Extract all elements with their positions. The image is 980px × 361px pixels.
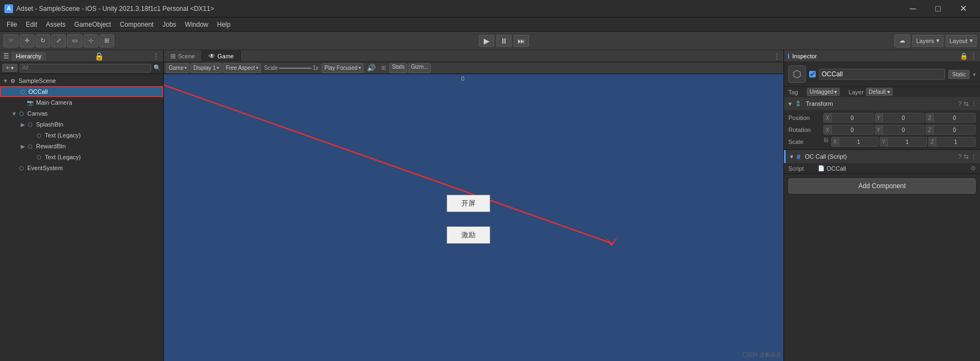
script-pick-icon[interactable]: ⊙: [971, 165, 976, 172]
layers-arrow-icon: ▾: [936, 37, 940, 44]
rotate-tool-button[interactable]: ↻: [35, 34, 50, 47]
pause-button[interactable]: ⏸: [496, 35, 512, 47]
list-item[interactable]: ▶ ⬡ SplashBtn: [0, 119, 163, 130]
rotation-z-field[interactable]: Z 0: [925, 125, 976, 135]
static-button[interactable]: Static: [948, 70, 970, 79]
custom-tool-button[interactable]: ⊞: [99, 34, 114, 47]
menu-file[interactable]: File: [2, 20, 21, 29]
hierarchy-tab[interactable]: Hierarchy: [11, 52, 46, 61]
play-focused-dropdown[interactable]: Play Focused ▾: [322, 63, 364, 73]
static-arrow-icon[interactable]: ▾: [973, 71, 976, 77]
game-mode-dropdown[interactable]: Game ▾: [166, 63, 189, 73]
list-item[interactable]: ▶ ⬡ OCCall: [0, 86, 163, 97]
add-component-button[interactable]: Add Component: [788, 178, 976, 194]
scale-x-field[interactable]: X 1: [831, 137, 878, 147]
play-controls: ▶ ⏸ ⏭: [479, 35, 529, 47]
menu-gameobject[interactable]: GameObject: [70, 20, 115, 29]
position-y-field[interactable]: Y 0: [875, 113, 925, 123]
hierarchy-menu-icon[interactable]: ⋮: [152, 52, 160, 61]
scale-z-field[interactable]: Z 1: [928, 137, 976, 147]
play-button[interactable]: ▶: [479, 35, 494, 47]
move-tool-button[interactable]: ✛: [20, 34, 34, 47]
reward-btn[interactable]: 激励: [447, 226, 490, 244]
splash-btn[interactable]: 开屏: [447, 195, 490, 212]
game-tab[interactable]: 👁 Game: [202, 50, 241, 62]
play-focused-arrow-icon: ▾: [359, 65, 361, 70]
layers-label: Layers: [916, 38, 934, 44]
oc-call-settings-icon[interactable]: ⇆: [964, 153, 969, 160]
menu-help[interactable]: Help: [213, 20, 235, 29]
step-button[interactable]: ⏭: [514, 35, 529, 47]
aspect-dropdown[interactable]: Free Aspect ▾: [223, 63, 260, 73]
tree-arrow-icon: ▶: [20, 121, 26, 128]
tree-arrow-icon: ▼: [2, 77, 9, 84]
list-item[interactable]: ▶ 📷 Main Camera: [0, 97, 163, 108]
hierarchy-search-input[interactable]: [20, 64, 151, 73]
hierarchy-lock-icon[interactable]: 🔒: [94, 52, 104, 61]
layout-dropdown[interactable]: Layout ▾: [946, 35, 977, 47]
rotation-y-value: 0: [883, 127, 924, 133]
hierarchy-panel-header: ☰ Hierarchy 🔒 ⋮: [0, 50, 163, 62]
object-name-input[interactable]: [819, 69, 945, 80]
position-x-field[interactable]: X 0: [823, 113, 874, 123]
list-item[interactable]: ▼ ⚙ SampleScene: [0, 75, 163, 86]
list-item[interactable]: ▼ ⬡ Canvas: [0, 108, 163, 119]
tree-arrow-icon: ▼: [11, 110, 17, 117]
transform-section-header[interactable]: ▼ ⇕ Transform ? ⇆ ⋮: [784, 97, 980, 110]
menu-window[interactable]: Window: [181, 20, 213, 29]
display-dropdown[interactable]: Display 1 ▾: [191, 63, 222, 73]
hand-tool-button[interactable]: ☞: [3, 34, 19, 47]
inspector-more-icon[interactable]: ⋮: [970, 52, 977, 60]
minimize-button[interactable]: ─: [900, 0, 925, 17]
close-button[interactable]: ✕: [951, 0, 976, 17]
game-tab-icon: 👁: [209, 52, 215, 60]
game-view-tabs: ⊞ Scene 👁 Game ⋮: [164, 50, 783, 62]
list-item[interactable]: ▶ ⬡ EventSystem: [0, 163, 163, 173]
game-view-more-icon[interactable]: ⋮: [770, 52, 783, 60]
rotation-x-field[interactable]: X 0: [823, 125, 874, 135]
menu-assets[interactable]: Assets: [41, 20, 70, 29]
tree-item-label: SplashBtn: [36, 121, 63, 128]
rotation-x-label: X: [824, 125, 831, 134]
script-name-label: OCCall: [827, 165, 846, 172]
transform-help-icon[interactable]: ?: [958, 100, 961, 107]
menu-edit[interactable]: Edit: [21, 20, 41, 29]
scale-tool-button[interactable]: ⤢: [51, 34, 66, 47]
inspector-lock-icon[interactable]: 🔒: [960, 52, 968, 60]
scale-slider[interactable]: [279, 68, 312, 69]
list-item[interactable]: ▶ ⬡ Text (Legacy): [0, 130, 163, 141]
object-active-checkbox[interactable]: [809, 71, 816, 77]
mute-icon[interactable]: 🔊: [365, 64, 378, 72]
transform-more-icon[interactable]: ⋮: [971, 100, 977, 107]
rect-tool-button[interactable]: ▭: [67, 34, 82, 47]
list-item[interactable]: ▶ ⬡ Text (Legacy): [0, 152, 163, 163]
gizmos-button[interactable]: Gizm...: [408, 63, 431, 73]
menu-jobs[interactable]: Jobs: [158, 20, 180, 29]
scale-y-field[interactable]: Y 1: [880, 137, 927, 147]
tree-item-label: SampleScene: [19, 77, 56, 84]
hierarchy-add-button[interactable]: + ▾: [2, 64, 17, 72]
title-bar: A Adset - SampleScene - iOS - Unity 2021…: [0, 0, 980, 17]
scene-tab[interactable]: ⊞ Scene: [164, 50, 202, 62]
cloud-button[interactable]: ☁: [894, 34, 910, 47]
scale-label: Scale: [788, 139, 821, 145]
scale-z-label: Z: [929, 137, 936, 146]
transform-settings-icon[interactable]: ⇆: [964, 100, 969, 107]
oc-call-section-header[interactable]: ▼ # OC Call (Script) ? ⇆ ⋮: [784, 150, 980, 163]
transform-tool-button[interactable]: ⊹: [84, 34, 98, 47]
oc-call-more-icon[interactable]: ⋮: [971, 153, 977, 160]
layer-dropdown[interactable]: Default ▾: [866, 88, 893, 96]
layer-arrow-icon: ▾: [887, 89, 890, 95]
stats-button[interactable]: Stats: [389, 63, 407, 73]
maximize-button[interactable]: □: [925, 0, 951, 17]
position-z-field[interactable]: Z 0: [925, 113, 976, 123]
aspect-icon[interactable]: ⊞: [379, 64, 388, 71]
rotation-y-field[interactable]: Y 0: [875, 125, 925, 135]
oc-call-help-icon[interactable]: ?: [958, 153, 961, 160]
layout-arrow-icon: ▾: [970, 37, 973, 44]
list-item[interactable]: ▶ ⬡ RewardBtn: [0, 141, 163, 152]
rotation-row: Rotation X 0 Y 0 Z: [788, 124, 976, 135]
menu-component[interactable]: Component: [115, 20, 158, 29]
tag-dropdown[interactable]: Untagged ▾: [807, 88, 840, 96]
layers-dropdown[interactable]: Layers ▾: [912, 35, 943, 47]
